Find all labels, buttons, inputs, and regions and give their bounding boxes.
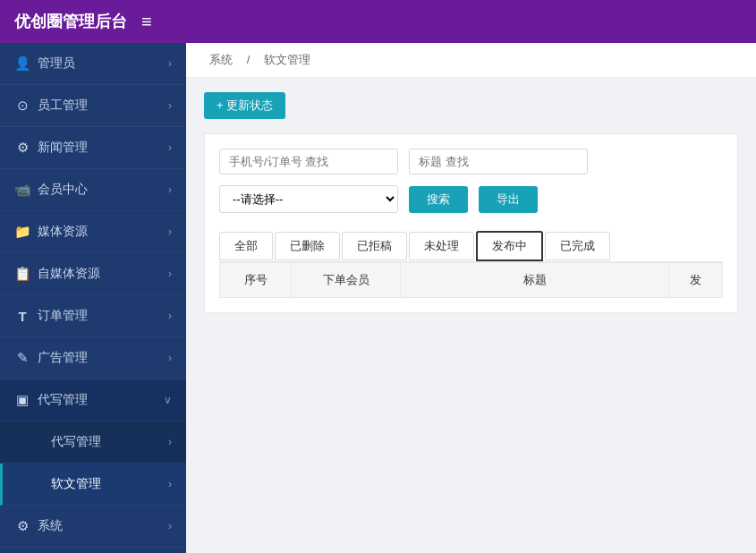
employee-icon: ⊙ <box>14 98 30 114</box>
table-header-row: 序号 下单会员 标题 发 <box>220 263 723 298</box>
tab-bar: 全部 已删除 已拒稿 未处理 发布中 已完成 <box>219 224 723 262</box>
sidebar-item-order[interactable]: T 订单管理 › <box>0 295 186 337</box>
col-member: 下单会员 <box>292 263 401 298</box>
admin-icon: 👤 <box>14 55 30 72</box>
sidebar-label-news: 新闻管理 <box>38 140 88 156</box>
media-icon: 📁 <box>14 224 30 240</box>
sidebar-item-ad[interactable]: ✎ 广告管理 › <box>0 337 186 379</box>
category-select[interactable]: --请选择-- <box>219 185 398 213</box>
chevron-media: › <box>168 225 172 238</box>
page-content: + 更新状态 --请选择-- 搜索 导出 全部 已 <box>186 78 756 328</box>
breadcrumb-separator: / <box>247 53 251 66</box>
col-seq: 序号 <box>220 263 292 298</box>
sidebar-item-ghostwrite[interactable]: ▣ 代写管理 ∨ <box>0 379 186 421</box>
sidebar-label-self-media: 自媒体资源 <box>38 266 100 282</box>
ghostwrite-icon: ▣ <box>14 392 30 408</box>
sidebar-label-soft-article: 软文管理 <box>51 476 101 492</box>
member-icon: 📹 <box>14 182 30 198</box>
sidebar: 👤 管理员 › ⊙ 员工管理 › ⚙ 新闻管理 › 📹 会员中心 › <box>0 43 186 553</box>
sidebar-label-ad: 广告管理 <box>38 350 88 366</box>
col-publish: 发 <box>669 263 723 298</box>
export-button[interactable]: 导出 <box>479 186 538 213</box>
chevron-self-media: › <box>168 268 172 280</box>
sidebar-submenu-ghostwrite: 代写管理 › 软文管理 › <box>0 421 186 506</box>
search-button[interactable]: 搜索 <box>409 186 468 213</box>
system-icon: ⚙ <box>14 518 30 534</box>
update-status-button[interactable]: + 更新状态 <box>204 92 285 119</box>
table-head: 序号 下单会员 标题 发 <box>220 263 723 298</box>
tab-completed[interactable]: 已完成 <box>545 232 610 260</box>
phone-search-input[interactable] <box>219 149 398 174</box>
chevron-employee: › <box>168 99 172 112</box>
col-title: 标题 <box>401 263 669 298</box>
sidebar-label-employee: 员工管理 <box>38 98 88 114</box>
menu-icon[interactable]: ≡ <box>141 12 152 32</box>
tab-rejected[interactable]: 已拒稿 <box>342 232 407 260</box>
sidebar-label-ghostwrite-sub: 代写管理 <box>51 434 101 450</box>
chevron-ghostwrite: ∨ <box>164 394 172 406</box>
search-row-2: --请选择-- 搜索 导出 <box>219 185 723 213</box>
sidebar-label-system: 系统 <box>38 518 63 534</box>
sidebar-item-system[interactable]: ⚙ 系统 › <box>0 506 186 548</box>
app-title: 优创圈管理后台 <box>14 11 127 32</box>
search-area: --请选择-- 搜索 导出 全部 已删除 已拒稿 未处理 发布中 已完成 <box>204 133 738 313</box>
breadcrumb: 系统 / 软文管理 <box>186 43 756 78</box>
breadcrumb-system: 系统 <box>209 53 233 66</box>
sidebar-item-self-media[interactable]: 📋 自媒体资源 › <box>0 253 186 295</box>
sidebar-label-media: 媒体资源 <box>38 224 88 240</box>
news-icon: ⚙ <box>14 140 30 156</box>
search-row-1 <box>219 149 723 174</box>
header: 优创圈管理后台 ≡ <box>0 0 756 43</box>
sidebar-item-admin[interactable]: 👤 管理员 › <box>0 43 186 85</box>
sidebar-item-media[interactable]: 📁 媒体资源 › <box>0 211 186 253</box>
main-layout: 👤 管理员 › ⊙ 员工管理 › ⚙ 新闻管理 › 📹 会员中心 › <box>0 43 756 553</box>
chevron-soft-article: › <box>168 478 172 490</box>
self-media-icon: 📋 <box>14 266 30 282</box>
chevron-news: › <box>168 141 172 154</box>
sidebar-item-news[interactable]: ⚙ 新闻管理 › <box>0 127 186 169</box>
chevron-member: › <box>168 183 172 196</box>
sidebar-label-member: 会员中心 <box>38 182 88 198</box>
content-area: 系统 / 软文管理 + 更新状态 --请选择-- 搜索 <box>186 43 756 553</box>
sidebar-item-ghostwrite-sub[interactable]: 代写管理 › <box>0 421 186 464</box>
order-icon: T <box>14 309 30 324</box>
tab-publishing[interactable]: 发布中 <box>476 231 543 261</box>
sidebar-item-member[interactable]: 📹 会员中心 › <box>0 169 186 211</box>
sidebar-label-order: 订单管理 <box>38 308 88 324</box>
breadcrumb-current: 软文管理 <box>264 53 310 66</box>
sidebar-item-soft-article[interactable]: 软文管理 › <box>0 464 186 506</box>
data-table: 序号 下单会员 标题 发 <box>219 262 723 298</box>
tab-pending[interactable]: 未处理 <box>409 232 474 260</box>
chevron-ghostwrite-sub: › <box>168 436 172 448</box>
sidebar-label-ghostwrite: 代写管理 <box>38 392 88 408</box>
sidebar-label-admin: 管理员 <box>38 55 75 72</box>
chevron-ad: › <box>168 352 172 364</box>
title-search-input[interactable] <box>409 149 588 174</box>
chevron-admin: › <box>168 57 172 70</box>
chevron-system: › <box>168 520 172 532</box>
tab-deleted[interactable]: 已删除 <box>275 232 340 260</box>
toolbar: + 更新状态 <box>204 92 738 119</box>
chevron-order: › <box>168 310 172 322</box>
ad-icon: ✎ <box>14 350 30 366</box>
sidebar-item-employee[interactable]: ⊙ 员工管理 › <box>0 85 186 127</box>
tab-all[interactable]: 全部 <box>219 232 273 260</box>
